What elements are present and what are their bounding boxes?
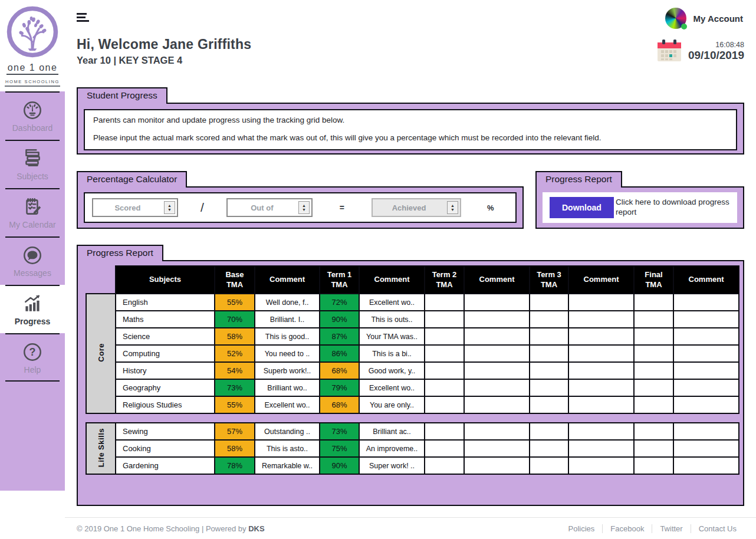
comment-cell[interactable]: Outstanding .. xyxy=(255,423,320,440)
my-account[interactable]: My Account xyxy=(665,8,743,29)
comment-cell[interactable] xyxy=(568,311,634,328)
base-tma-cell[interactable]: 70% xyxy=(215,311,255,328)
comment-cell[interactable]: Brilliant. I.. xyxy=(255,311,320,328)
comment-cell[interactable] xyxy=(568,328,634,345)
scored-stepper[interactable]: ▲▼ xyxy=(164,201,175,214)
footer-link-twitter[interactable]: Twitter xyxy=(652,524,690,533)
comment-cell[interactable] xyxy=(673,294,739,311)
comment-cell[interactable] xyxy=(673,379,739,396)
comment-cell[interactable]: Super work! .. xyxy=(359,457,425,474)
sidebar-item-help[interactable]: ? Help xyxy=(0,333,65,382)
comment-cell[interactable] xyxy=(673,423,739,440)
download-button[interactable]: Download xyxy=(550,197,614,218)
comment-cell[interactable]: You are only.. xyxy=(359,396,425,413)
comment-cell[interactable]: Excellent wo.. xyxy=(359,379,425,396)
menu-icon[interactable] xyxy=(77,13,90,24)
term2-tma-cell[interactable] xyxy=(425,396,464,413)
comment-cell[interactable]: This is outs.. xyxy=(359,311,425,328)
comment-cell[interactable] xyxy=(464,396,530,413)
term2-tma-cell[interactable] xyxy=(425,311,464,328)
comment-cell[interactable]: Well done, f.. xyxy=(255,294,320,311)
comment-cell[interactable]: This is good.. xyxy=(255,328,320,345)
sidebar-item-messages[interactable]: Messages xyxy=(0,236,65,285)
term1-tma-cell[interactable]: 90% xyxy=(320,311,359,328)
term3-tma-cell[interactable] xyxy=(530,440,568,457)
term1-tma-cell[interactable]: 90% xyxy=(320,457,359,474)
final-tma-cell[interactable] xyxy=(634,457,673,474)
base-tma-cell[interactable]: 57% xyxy=(215,423,255,440)
term3-tma-cell[interactable] xyxy=(530,396,568,413)
comment-cell[interactable]: Excellent wo.. xyxy=(359,294,425,311)
term1-tma-cell[interactable]: 68% xyxy=(320,396,359,413)
term2-tma-cell[interactable] xyxy=(425,328,464,345)
comment-cell[interactable]: Good work, y.. xyxy=(359,362,425,379)
base-tma-cell[interactable]: 55% xyxy=(215,294,255,311)
comment-cell[interactable] xyxy=(464,345,530,362)
term1-tma-cell[interactable]: 73% xyxy=(320,423,359,440)
sidebar-item-subjects[interactable]: Subjects xyxy=(0,140,65,188)
comment-cell[interactable]: You need to .. xyxy=(255,345,320,362)
comment-cell[interactable] xyxy=(673,362,739,379)
comment-cell[interactable] xyxy=(464,423,530,440)
term1-tma-cell[interactable]: 86% xyxy=(320,345,359,362)
comment-cell[interactable] xyxy=(464,440,530,457)
comment-cell[interactable]: Brilliant wo.. xyxy=(255,379,320,396)
comment-cell[interactable] xyxy=(673,311,739,328)
comment-cell[interactable]: This is a bi.. xyxy=(359,345,425,362)
comment-cell[interactable]: This is asto.. xyxy=(255,440,320,457)
term2-tma-cell[interactable] xyxy=(425,423,464,440)
comment-cell[interactable] xyxy=(464,379,530,396)
base-tma-cell[interactable]: 78% xyxy=(215,457,255,474)
comment-cell[interactable] xyxy=(568,294,634,311)
comment-cell[interactable]: Excellent wo.. xyxy=(255,396,320,413)
term3-tma-cell[interactable] xyxy=(530,457,568,474)
comment-cell[interactable]: Your TMA was.. xyxy=(359,328,425,345)
footer-link-policies[interactable]: Policies xyxy=(561,524,603,533)
term3-tma-cell[interactable] xyxy=(530,362,568,379)
term2-tma-cell[interactable] xyxy=(425,294,464,311)
term3-tma-cell[interactable] xyxy=(530,379,568,396)
comment-cell[interactable] xyxy=(673,457,739,474)
final-tma-cell[interactable] xyxy=(634,379,673,396)
brand-logo[interactable]: one 1 one HOME SCHOOLING xyxy=(0,0,65,91)
comment-cell[interactable] xyxy=(673,345,739,362)
final-tma-cell[interactable] xyxy=(634,423,673,440)
comment-cell[interactable] xyxy=(568,379,634,396)
footer-link-facebook[interactable]: Facebook xyxy=(602,524,652,533)
comment-cell[interactable]: Superb work!.. xyxy=(255,362,320,379)
term3-tma-cell[interactable] xyxy=(530,423,568,440)
out-of-input[interactable] xyxy=(228,199,297,216)
term3-tma-cell[interactable] xyxy=(530,294,568,311)
term3-tma-cell[interactable] xyxy=(530,328,568,345)
sidebar-item-dashboard[interactable]: Dashboard xyxy=(0,91,65,140)
comment-cell[interactable] xyxy=(673,328,739,345)
final-tma-cell[interactable] xyxy=(634,311,673,328)
comment-cell[interactable] xyxy=(673,440,739,457)
comment-cell[interactable]: An improveme.. xyxy=(359,440,425,457)
sidebar-item-progress[interactable]: Progress xyxy=(0,285,65,333)
base-tma-cell[interactable]: 58% xyxy=(215,328,255,345)
comment-cell[interactable] xyxy=(464,294,530,311)
comment-cell[interactable] xyxy=(673,396,739,413)
comment-cell[interactable] xyxy=(568,457,634,474)
final-tma-cell[interactable] xyxy=(634,440,673,457)
comment-cell[interactable] xyxy=(568,396,634,413)
out-of-stepper[interactable]: ▲▼ xyxy=(298,201,310,214)
final-tma-cell[interactable] xyxy=(634,396,673,413)
powered-by-brand[interactable]: DKS xyxy=(248,524,264,533)
comment-cell[interactable] xyxy=(568,440,634,457)
base-tma-cell[interactable]: 54% xyxy=(215,362,255,379)
scored-input[interactable] xyxy=(93,199,162,216)
base-tma-cell[interactable]: 73% xyxy=(215,379,255,396)
term2-tma-cell[interactable] xyxy=(425,440,464,457)
comment-cell[interactable] xyxy=(568,362,634,379)
comment-cell[interactable] xyxy=(568,423,634,440)
sidebar-item-my-calendar[interactable]: My Calendar xyxy=(0,188,65,236)
final-tma-cell[interactable] xyxy=(634,294,673,311)
term1-tma-cell[interactable]: 87% xyxy=(320,328,359,345)
final-tma-cell[interactable] xyxy=(634,328,673,345)
term1-tma-cell[interactable]: 79% xyxy=(320,379,359,396)
term2-tma-cell[interactable] xyxy=(425,379,464,396)
comment-cell[interactable]: Brilliant ac.. xyxy=(359,423,425,440)
comment-cell[interactable] xyxy=(568,345,634,362)
